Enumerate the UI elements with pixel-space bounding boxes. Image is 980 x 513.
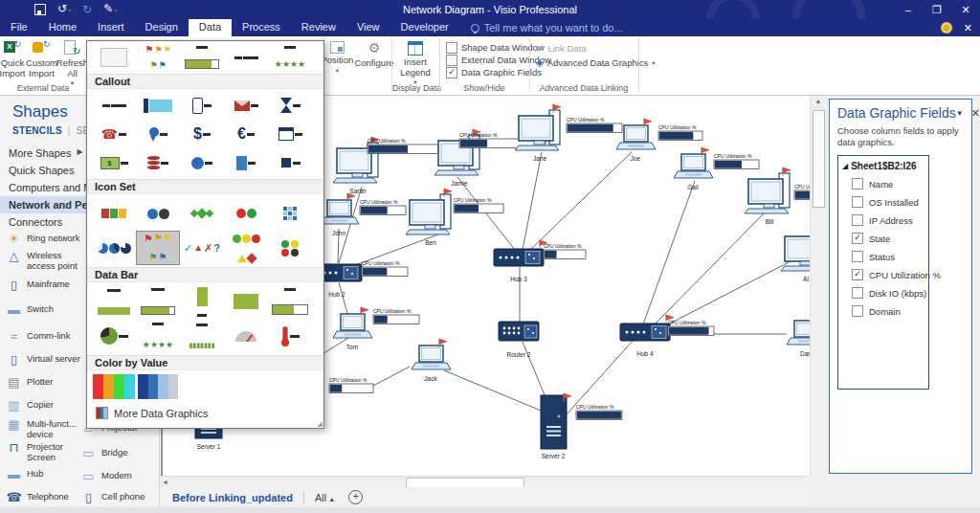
- gallery-item-hourglass-callout[interactable]: [269, 92, 311, 119]
- gallery-item-thermometer-data-bar[interactable]: [269, 320, 311, 352]
- quick-import-button[interactable]: X↻ Quick Import: [0, 39, 25, 89]
- connector-line[interactable]: [444, 370, 546, 413]
- gallery-item-no-data-graphic[interactable]: [93, 44, 135, 71]
- maximize-button[interactable]: ❐: [923, 4, 951, 16]
- gallery-item-mobile-phone-callout[interactable]: [181, 92, 223, 119]
- gallery-item-data-bar-underline[interactable]: [137, 285, 179, 318]
- node-hub4[interactable]: [620, 315, 674, 341]
- checkbox-external-data-window[interactable]: External Data Window: [440, 54, 528, 66]
- stencil-item-ring-network[interactable]: ☀Ring network: [6, 233, 84, 246]
- connector-line[interactable]: [664, 259, 794, 326]
- field-state[interactable]: ✓State: [852, 233, 924, 244]
- vertical-scrollbar[interactable]: ▲: [810, 95, 826, 476]
- tab-view[interactable]: View: [346, 19, 390, 36]
- field-ip-address[interactable]: IP Address: [852, 214, 924, 226]
- gallery-item-highlight-callout[interactable]: [137, 92, 179, 119]
- gallery-item-star-data-bar[interactable]: ★★★★: [137, 320, 179, 352]
- redo-icon[interactable]: ↻: [82, 4, 92, 15]
- field-domain[interactable]: Domain: [852, 305, 924, 317]
- node-gail[interactable]: [674, 147, 713, 178]
- touch-mode-icon[interactable]: ✎▾: [103, 3, 117, 16]
- advanced-data-graphics-button[interactable]: ◈ Advanced Data Graphics ▾: [530, 56, 637, 70]
- gallery-item-dollar-callout[interactable]: $: [181, 121, 223, 147]
- checkbox-data-graphic-fields[interactable]: ✓Data Graphic Fields: [440, 66, 528, 78]
- tab-developer[interactable]: Developer: [390, 19, 459, 36]
- close-button[interactable]: ✕: [951, 4, 980, 16]
- gallery-item-euro-callout[interactable]: €: [225, 121, 267, 147]
- gallery-item-database-callout[interactable]: [137, 149, 179, 176]
- gallery-item-blue-color-scale[interactable]: [137, 373, 179, 400]
- stencil-item-switch[interactable]: ▬Switch: [6, 303, 84, 317]
- gallery-item-thumbs-icon-set[interactable]: [137, 197, 179, 230]
- gallery-item-flag-icon-set-preview[interactable]: ⚑⚑⚑⚑⚑: [137, 44, 179, 71]
- gallery-item-rainbow-color-scale[interactable]: [93, 373, 135, 400]
- all-pages-button[interactable]: All▲: [315, 492, 335, 503]
- node-sarah[interactable]: [333, 137, 379, 183]
- feedback-close-icon[interactable]: ✕: [964, 22, 972, 34]
- gallery-item-toggle-icon-set[interactable]: [225, 197, 267, 230]
- stencil-item-copier[interactable]: ▥Copier: [6, 399, 84, 413]
- node-john[interactable]: [320, 193, 359, 224]
- scroll-left-icon[interactable]: ◄: [161, 478, 169, 486]
- link-data-button[interactable]: ⇄ Link Data: [530, 41, 637, 56]
- tell-me-box[interactable]: Tell me what you want to do...: [471, 19, 623, 36]
- field-cpu-utilization-[interactable]: ✓CPU Utilization %: [852, 269, 924, 280]
- node-al[interactable]: [781, 231, 810, 271]
- connector-line[interactable]: [339, 187, 362, 263]
- tab-home[interactable]: Home: [38, 19, 87, 36]
- stencil-item-projector-screen[interactable]: ⊓Projector Screen: [6, 441, 84, 462]
- gallery-item-icon-set-flags[interactable]: ⚑⚑⚑⚑⚑: [137, 232, 179, 264]
- minimize-button[interactable]: –: [894, 4, 923, 16]
- scroll-up-icon[interactable]: ▲: [811, 95, 826, 108]
- field-status[interactable]: Status: [852, 251, 924, 262]
- gallery-item-device-callout[interactable]: [225, 149, 267, 176]
- sheet-range-node[interactable]: ◢ Sheet1$B2:I26: [842, 161, 924, 171]
- field-disk-io-kbps-[interactable]: Disk IO (kbps): [852, 287, 924, 299]
- gallery-item-calendar-callout[interactable]: [269, 121, 311, 147]
- gallery-item-email-callout[interactable]: [225, 92, 267, 119]
- stencil-item-multi-funct-device[interactable]: ▦Multi-funct... device: [6, 418, 84, 439]
- configure-button[interactable]: ⚙ Configure: [354, 39, 393, 76]
- custom-import-button[interactable]: ↻ Custom Import: [27, 39, 56, 89]
- connector-line[interactable]: [523, 152, 542, 250]
- stencil-item-telephone[interactable]: ☎Telephone: [6, 491, 84, 504]
- shapes-tab-stencils[interactable]: STENCILS: [12, 125, 62, 136]
- pane-close-icon[interactable]: ✕: [971, 107, 980, 120]
- node-tom[interactable]: [333, 307, 372, 338]
- field-os-installed[interactable]: OS Installed: [852, 196, 924, 208]
- stencil-item-virtual-server[interactable]: ▯Virtual server: [6, 353, 84, 367]
- node-jack[interactable]: [412, 339, 451, 369]
- gallery-item-planet-callout[interactable]: [181, 149, 223, 176]
- tree-expander-icon[interactable]: ◢: [842, 162, 848, 170]
- gallery-item-location-callout[interactable]: [137, 121, 179, 147]
- gallery-item-data-bar-label[interactable]: [93, 285, 135, 318]
- stencil-item-hub[interactable]: ▬Hub: [6, 468, 84, 481]
- gallery-item-pie-icon-set[interactable]: [93, 232, 135, 264]
- gallery-item-people-data-bar[interactable]: ▮▮▮▮▮▮▮: [181, 320, 223, 352]
- refresh-all-button[interactable]: ↻ Refresh All ▾: [57, 39, 86, 89]
- pane-options-icon[interactable]: ▼: [956, 109, 964, 118]
- tab-data[interactable]: Data: [189, 19, 232, 36]
- gallery-item-shape-icon-set[interactable]: [225, 232, 267, 264]
- insert-legend-button[interactable]: Insert Legend ▾: [395, 39, 435, 88]
- connector-line[interactable]: [373, 367, 410, 386]
- gallery-item-shield-icon-set[interactable]: [93, 197, 135, 230]
- gallery-item-vertical-data-bar[interactable]: [181, 285, 223, 318]
- node-bill[interactable]: [745, 167, 791, 213]
- position-button[interactable]: Position ▾: [322, 39, 352, 76]
- connector-line[interactable]: [643, 181, 695, 324]
- stencil-item-cell-phone[interactable]: ▯Cell phone: [80, 491, 159, 504]
- stencil-item-plotter[interactable]: ▤Plotter: [6, 376, 84, 390]
- stencil-item-modem[interactable]: ▭Modem: [80, 470, 159, 483]
- gallery-item-status-icon-set[interactable]: ✓▲✗?: [181, 232, 223, 264]
- connector-line[interactable]: [457, 177, 515, 250]
- stencil-item-bridge[interactable]: ▭Bridge: [80, 447, 159, 460]
- save-icon[interactable]: [34, 4, 46, 15]
- field-name[interactable]: Name: [852, 178, 924, 190]
- feedback-smiley-icon[interactable]: ☺: [941, 22, 952, 33]
- gallery-item-progress-data-bar[interactable]: [269, 285, 311, 318]
- tab-insert[interactable]: Insert: [87, 19, 135, 36]
- gallery-item-data-bar-preview[interactable]: [181, 44, 223, 71]
- stencil-item-mainframe[interactable]: ▯Mainframe: [6, 279, 84, 292]
- gallery-item-text-callout[interactable]: [93, 92, 135, 119]
